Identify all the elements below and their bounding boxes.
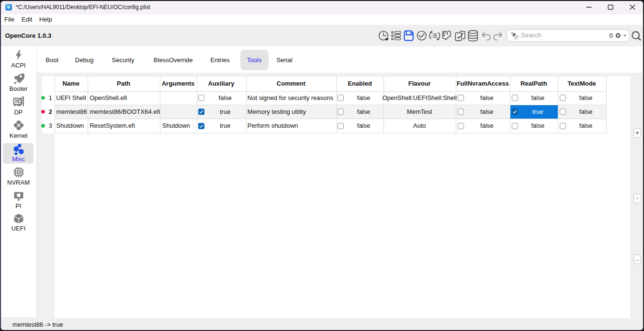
svg-text:0: 0 <box>610 32 613 39</box>
